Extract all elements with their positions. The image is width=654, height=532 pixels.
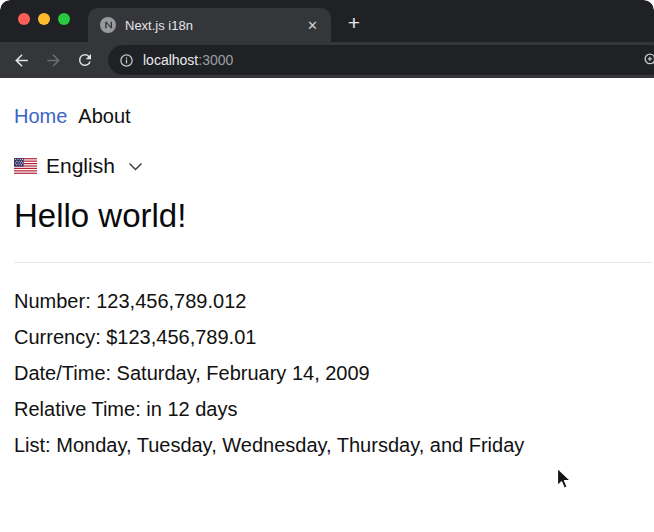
- browser-window: Next.js i18n ✕ + local: [0, 0, 654, 532]
- site-navigation: Home About: [14, 104, 640, 128]
- url-host: localhost: [143, 52, 198, 68]
- reload-icon: [76, 51, 94, 69]
- page-content: Home About: [0, 78, 654, 463]
- page-title: Hello world!: [14, 196, 640, 236]
- reload-button[interactable]: [72, 47, 98, 73]
- language-switcher[interactable]: English: [14, 152, 640, 180]
- zoom-in-button[interactable]: [642, 51, 654, 69]
- list-line: List: Monday, Tuesday, Wednesday, Thursd…: [14, 427, 640, 463]
- browser-tab[interactable]: Next.js i18n ✕: [88, 8, 331, 42]
- forward-arrow-icon: [44, 51, 63, 70]
- chevron-down-icon: [127, 161, 144, 172]
- zoom-in-icon: [642, 51, 654, 69]
- us-flag-icon: [14, 158, 37, 174]
- relative-time-line: Relative Time: in 12 days: [14, 391, 640, 427]
- divider: [14, 262, 652, 263]
- tab-bar: Next.js i18n ✕ +: [0, 0, 654, 42]
- new-tab-button[interactable]: +: [340, 9, 368, 37]
- tab-title: Next.js i18n: [125, 18, 302, 33]
- window-close-button[interactable]: [18, 13, 30, 25]
- nextjs-favicon-icon: [100, 17, 116, 33]
- language-label: English: [46, 152, 115, 180]
- window-zoom-button[interactable]: [58, 13, 70, 25]
- tab-close-icon[interactable]: ✕: [302, 16, 323, 35]
- window-minimize-button[interactable]: [38, 13, 50, 25]
- nav-link-home[interactable]: Home: [14, 104, 67, 128]
- url-port: :3000: [198, 52, 233, 68]
- nav-link-about[interactable]: About: [78, 104, 130, 128]
- window-controls: [18, 13, 70, 25]
- site-info-icon[interactable]: [119, 53, 134, 68]
- formatted-values: Number: 123,456,789.012 Currency: $123,4…: [14, 283, 640, 463]
- currency-line: Currency: $123,456,789.01: [14, 319, 640, 355]
- browser-toolbar: localhost:3000: [0, 42, 654, 78]
- forward-button[interactable]: [40, 47, 66, 73]
- back-button[interactable]: [8, 47, 34, 73]
- number-line: Number: 123,456,789.012: [14, 283, 640, 319]
- datetime-line: Date/Time: Saturday, February 14, 2009: [14, 355, 640, 391]
- address-bar[interactable]: localhost:3000: [108, 45, 654, 75]
- mouse-cursor-icon: [556, 467, 573, 495]
- back-arrow-icon: [12, 51, 31, 70]
